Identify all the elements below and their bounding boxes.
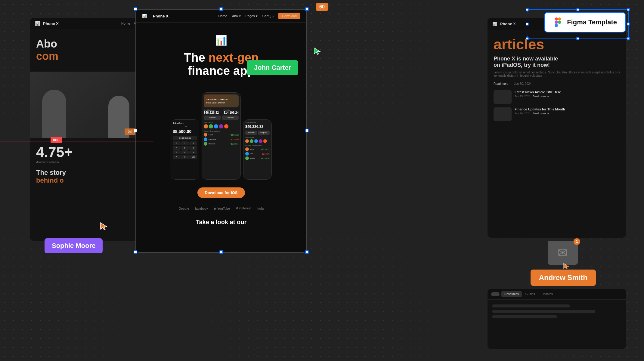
canvas: 📊 Phone X Home Abo Abo com Join our 4.75…	[0, 0, 644, 361]
email-notification: 1	[548, 241, 578, 265]
action-buttons: Transfer Request	[204, 116, 239, 120]
andrew-smith-label: Andrew Smith	[531, 270, 596, 286]
frame-left-bottom: 4.75+ Average review The story behind o	[30, 138, 144, 190]
frame-center: 📊 Phone X Home About Pages ▾ Cart (0) Do…	[135, 9, 307, 253]
article-item-2: Finance Updates for This Month Jan 20, 2…	[494, 107, 620, 121]
figma-handle-tl[interactable]	[526, 8, 529, 11]
phone-mock-right: Total Balance $46,226.32 Transfer Reques…	[243, 119, 272, 180]
brand-facebook: facebook	[195, 207, 208, 210]
tab-updates[interactable]: Updates	[539, 291, 556, 297]
phone-mock-main: 3455 4562 7710 3507 14/32 JOHN CARTER Ca…	[202, 92, 241, 180]
toggle-switch[interactable]	[491, 292, 500, 296]
numpad: 1 2 3 4 5 6 7 8 9 * 0 ⌫	[173, 141, 197, 159]
svg-rect-4	[558, 17, 561, 21]
figma-handle-tm[interactable]	[576, 8, 579, 11]
frame-left: 📊 Phone X Home Abo Abo com Join our 4.75…	[30, 18, 144, 241]
rating-value-left: 4.75+	[36, 144, 138, 160]
phone-screen-left: John Carter **** **** **** 1234 $8,500.0…	[171, 120, 199, 179]
figma-handle-tr[interactable]	[627, 8, 630, 11]
articles-ipad-title: Phone X is now availableon iPadOS, try i…	[494, 56, 620, 68]
about-orange-left: com	[36, 50, 138, 63]
download-ios-btn[interactable]: Download for iOS	[197, 187, 245, 198]
phone-screen-right: Total Balance $46,226.32 Transfer Reques…	[243, 120, 271, 179]
tab-guides[interactable]: Guides	[522, 291, 538, 297]
articles-sub: Lorem ipsum dolor sit amet consectetur. …	[494, 71, 620, 77]
john-carter-label: John Carter	[247, 60, 298, 75]
sophie-moore-label: Sophie Moore	[45, 238, 103, 253]
read-more-row: Read more → Jan 30, 2024	[494, 82, 620, 85]
hero-logo-big: 📊	[145, 35, 297, 46]
svg-marker-1	[314, 48, 320, 54]
tx-item-2: Purchase -$234.86	[204, 137, 239, 141]
balance-row: Card Balance $46,226.32 Portfolio $14,10…	[204, 109, 239, 114]
article-img-1	[494, 90, 512, 104]
figma-logo-icon	[553, 17, 563, 27]
frame-left-image: Join our	[30, 72, 144, 138]
frame-right-tabs: Resources Guides Updates	[488, 289, 626, 349]
frame-right-content: articles Phone X is now availableon iPad…	[488, 30, 626, 131]
send-again-row	[204, 124, 239, 128]
brand-youtube: ▶ YouTube	[214, 207, 230, 210]
main-phone-screen: 3455 4562 7710 3507 14/32 JOHN CARTER Ca…	[202, 93, 240, 179]
phonex-brand-center: Phone X	[153, 14, 169, 18]
tab-resources[interactable]: Resources	[501, 291, 522, 297]
phonex-logo-right: 📊	[492, 22, 497, 26]
cursor-left-arrow	[99, 221, 108, 232]
center-navbar-links: Home About Pages ▾ Cart (0) Download	[218, 13, 300, 19]
figma-template-label: Figma Template	[567, 18, 617, 26]
article-img-2	[494, 107, 512, 121]
about-title-left: Abo	[36, 38, 138, 50]
svg-rect-3	[555, 17, 558, 21]
article-item-1: Latest News Article Title Here Jan 25, 2…	[494, 90, 620, 104]
tx-item-1: Flight +$526.32	[204, 133, 239, 137]
dl-ios-wrapper: Download for iOS	[136, 183, 306, 203]
mail-icon: 1	[548, 241, 578, 265]
card-number: 3455 4562 7710 3507 14/32 JOHN CARTER	[204, 94, 239, 107]
brand-pinterest: 𝙋 Pinterest	[236, 207, 252, 210]
rating-label-left: Average review	[36, 160, 138, 164]
behind-text-left: behind o	[36, 177, 138, 184]
phonex-brand-right: Phone X	[500, 22, 516, 26]
ruler-horizontal	[0, 141, 153, 141]
frame-left-topbar: 📊 Phone X Home Abo	[30, 18, 144, 29]
frame-number-badge: 60	[316, 3, 328, 11]
tabs-bar: Resources Guides Updates	[488, 289, 626, 300]
center-frame-navbar: 📊 Phone X Home About Pages ▾ Cart (0) Do…	[136, 10, 306, 23]
mail-badge: 1	[574, 238, 580, 245]
tx-item-3: Deposit +$120.94	[204, 142, 239, 146]
svg-marker-0	[101, 223, 107, 230]
articles-title: articles	[494, 36, 620, 53]
brand-logos-row: Google facebook ▶ YouTube 𝙋 Pinterest hu…	[136, 203, 306, 214]
frame-right: 📊 Phone X Cart (0) Download articles Pho…	[488, 18, 626, 238]
svg-rect-6	[558, 21, 561, 24]
download-btn-center[interactable]: Download	[278, 13, 300, 19]
transfer-btn-right[interactable]: Transfer	[245, 131, 257, 135]
ruler-label: 800	[51, 137, 62, 143]
phonex-logo-center: 📊	[142, 14, 147, 18]
svg-rect-5	[555, 21, 558, 24]
phonex-logo-icon-left: 📊	[35, 21, 40, 26]
bottom-text-center: Take a look at our	[136, 214, 306, 230]
cursor-john-arrow	[313, 47, 321, 56]
phone-mock-left: John Carter **** **** **** 1234 $8,500.0…	[171, 119, 199, 180]
tab-content	[488, 300, 626, 323]
figma-handle-br[interactable]	[627, 37, 630, 40]
request-btn[interactable]: Request	[222, 116, 239, 120]
figma-template-button[interactable]: Figma Template	[544, 12, 626, 32]
person-silhouette-1	[42, 90, 66, 138]
phonex-brand-left: Phone X	[43, 21, 59, 26]
brand-google: Google	[179, 207, 189, 210]
phone-row: John Carter **** **** **** 1234 $8,500.0…	[136, 83, 306, 180]
svg-marker-2	[564, 263, 569, 269]
send-money-btn[interactable]: Send money	[173, 136, 197, 140]
transfer-btn[interactable]: Transfer	[204, 116, 221, 120]
frame-left-content: Abo com	[30, 29, 144, 72]
svg-rect-7	[555, 24, 558, 27]
brand-hulu: hulu	[257, 207, 264, 210]
request-btn-right[interactable]: Request	[258, 131, 270, 135]
story-text-left: The story	[36, 169, 138, 177]
figma-handle-mr[interactable]	[627, 23, 630, 26]
